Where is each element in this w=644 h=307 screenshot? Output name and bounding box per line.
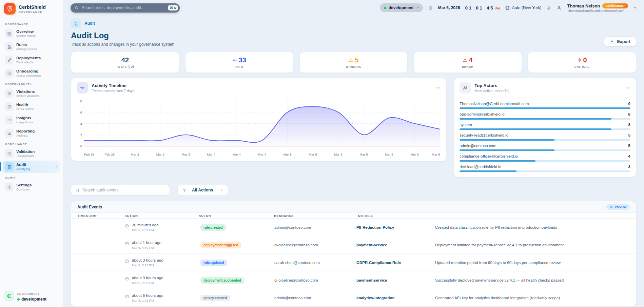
warning-triangle-icon (349, 58, 353, 62)
environment-label: ENVIRONMENT (17, 292, 39, 295)
table-row[interactable]: about 1 hour agoMar 6, 4:49 PM deploymen… (71, 236, 636, 254)
x-axis-tick: Mar 5 (283, 152, 291, 156)
top-actors-list: ThomasNelson@Cerbi.onmicrosoft.com9 ops-… (454, 98, 636, 177)
sidebar-item-overview[interactable]: OverviewMission control (3, 27, 60, 40)
x-axis-tick: Mar 4 (233, 152, 241, 156)
actor-row[interactable]: ThomasNelson@Cerbi.onmicrosoft.com9 (460, 102, 630, 109)
row-actor: ci-pipeline@contoso.com (274, 243, 356, 247)
sidebar-item-violations[interactable]: ViolationsExplore violations (3, 87, 60, 100)
collapse-chevron-icon[interactable] (626, 86, 630, 90)
action-filter-dropdown[interactable]: All Actions (177, 185, 228, 196)
preview-label: Preview (615, 205, 626, 209)
table-row[interactable]: 30 minutes agoMar 6, 5:31 PM rule.create… (71, 219, 636, 236)
item-title: Health (16, 103, 34, 107)
global-search-input[interactable] (82, 5, 165, 10)
item-subtitle: Configure (16, 188, 32, 191)
export-button[interactable]: Export (604, 37, 636, 47)
status-dot (384, 7, 386, 9)
actor-bar (460, 139, 630, 141)
row-resource: GDPR-Compliance-Rule (356, 261, 435, 265)
actor-bar (460, 170, 630, 172)
clock-hours: 01 (465, 5, 472, 11)
preview-badge[interactable]: Preview (606, 204, 630, 210)
sidebar: CerbiShield GOVERNANCE GOVERNANCE Overvi… (0, 0, 63, 307)
table-row[interactable]: about 3 hours agoMar 6, 3:13 PM rule.upd… (71, 254, 636, 271)
row-timestamp: Mar 6, 4:49 PM (132, 246, 161, 249)
sidebar-item-validation[interactable]: ValidationTest payloads (3, 147, 60, 160)
y-axis-tick: 4 (75, 122, 82, 126)
action-chip: deployment.succeeded (200, 277, 244, 284)
y-axis-tick: 0 (75, 144, 82, 148)
theme-sun-icon[interactable] (428, 5, 433, 11)
environment-dropdown-value: development (389, 5, 414, 10)
actor-row[interactable]: security-lead@cerbishield.io5 (460, 133, 630, 141)
breadcrumb-item[interactable]: Audit (84, 21, 95, 26)
item-title: Overview (16, 29, 36, 34)
table-row[interactable]: about 3 hours agoMar 6, 2:55 PM deployme… (71, 271, 636, 289)
row-time-ago: about 3 hours ago (132, 258, 163, 262)
collapse-chevron-icon[interactable] (436, 86, 441, 90)
gear-icon (5, 183, 14, 191)
stat-label: WARNING (346, 65, 362, 68)
top-actors-title: Top Actors (474, 83, 509, 88)
gauge-icon (5, 116, 14, 124)
audit-search[interactable] (71, 185, 170, 196)
actor-row[interactable]: admin@contoso.com5 (460, 144, 630, 151)
y-axis-tick: 6 (75, 110, 82, 114)
audit-scroll-icon (71, 18, 81, 28)
bar-chart-icon (5, 129, 14, 138)
actor-bar (460, 128, 630, 130)
row-time-ago: about 1 hour ago (132, 241, 161, 245)
x-axis-tick: Mar 5 (359, 152, 368, 156)
environment-dropdown[interactable]: development (380, 3, 423, 12)
notifications-bell-icon[interactable] (546, 5, 551, 11)
environment-footer: ENVIRONMENT development (0, 286, 63, 307)
action-chip: apikey.created (200, 295, 230, 301)
actor-row[interactable]: system8 (460, 123, 630, 130)
sidebar-item-rules[interactable]: RulesManage policies (3, 41, 60, 53)
item-subtitle: Activity log (16, 167, 30, 171)
actor-name: dev-lead@cerbishield.io (460, 165, 501, 169)
actor-row[interactable]: ops-admin@cerbishield.io8 (460, 112, 630, 120)
chevron-down-icon[interactable] (633, 6, 637, 10)
section-governance: GOVERNANCE (5, 23, 58, 26)
actor-count: 9 (628, 102, 630, 106)
sidebar-item-reporting[interactable]: ReportingAnalytics (3, 127, 60, 139)
x-axis-tick: Mar 4 (258, 152, 266, 156)
table-row[interactable]: about 5 hours agoMar 6, 1:01 PM apikey.c… (71, 289, 636, 307)
grid-icon (5, 29, 14, 38)
stat-card-warning: 5 WARNING (299, 52, 408, 73)
x-axis-tick: Mar 3 (156, 152, 164, 156)
sidebar-item-health[interactable]: HealthSLA & uptime (3, 101, 60, 113)
clock-minutes: 01 (476, 5, 483, 11)
row-details: Successfully deployed payment-service v2… (435, 278, 630, 282)
brand-name: CerbiShield (19, 4, 46, 10)
brand: CerbiShield GOVERNANCE (0, 0, 63, 18)
audit-search-input[interactable] (82, 188, 165, 192)
actor-name: ops-admin@cerbishield.io (460, 112, 505, 116)
clock-display: 01: 01: 45 PM (465, 5, 500, 11)
top-actors-card: Top Actors Most active users (7d) Thomas… (454, 78, 636, 177)
calendar-icon (125, 294, 129, 299)
x-axis-tick: Mar 6 (385, 152, 393, 156)
actor-bar (460, 149, 630, 151)
sidebar-item-insights[interactable]: InsightsUsage & ops (3, 114, 60, 126)
actor-row[interactable]: dev-lead@cerbishield.io3 (460, 165, 630, 172)
sidebar-item-audit[interactable]: AuditActivity log (3, 161, 60, 173)
actor-count: 3 (628, 165, 630, 169)
heart-pulse-icon (5, 102, 14, 111)
user-menu[interactable]: Thomas Nelson Administrator ThomasNelson… (567, 3, 628, 13)
top-actors-subtitle: Most active users (7d) (474, 89, 509, 93)
sidebar-item-onboarding[interactable]: OnboardingAssign governance (3, 67, 60, 79)
calendar-icon (125, 259, 129, 263)
global-search[interactable]: ⌘ K (71, 3, 180, 13)
row-details: Updated retention period from 90 days to… (435, 261, 630, 265)
people-icon (460, 82, 471, 94)
timezone-selector[interactable]: Auto (New York) (505, 5, 542, 11)
sidebar-item-settings[interactable]: SettingsConfigure (3, 181, 60, 193)
x-axis-tick: Feb 28 (104, 152, 115, 156)
item-title: Rules (16, 43, 37, 47)
x-axis-tick: Mar 3 (182, 152, 190, 156)
sidebar-item-deployments[interactable]: DeploymentsTrack rollouts (3, 54, 60, 66)
actor-row[interactable]: compliance-officer@cerbishield.io4 (460, 154, 630, 162)
